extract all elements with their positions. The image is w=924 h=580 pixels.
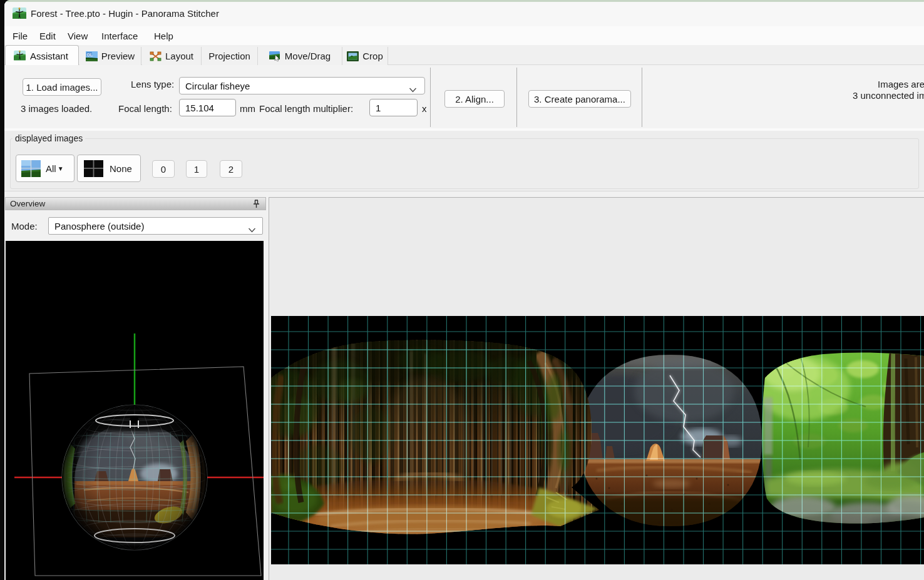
- svg-text:GL: GL: [86, 53, 93, 57]
